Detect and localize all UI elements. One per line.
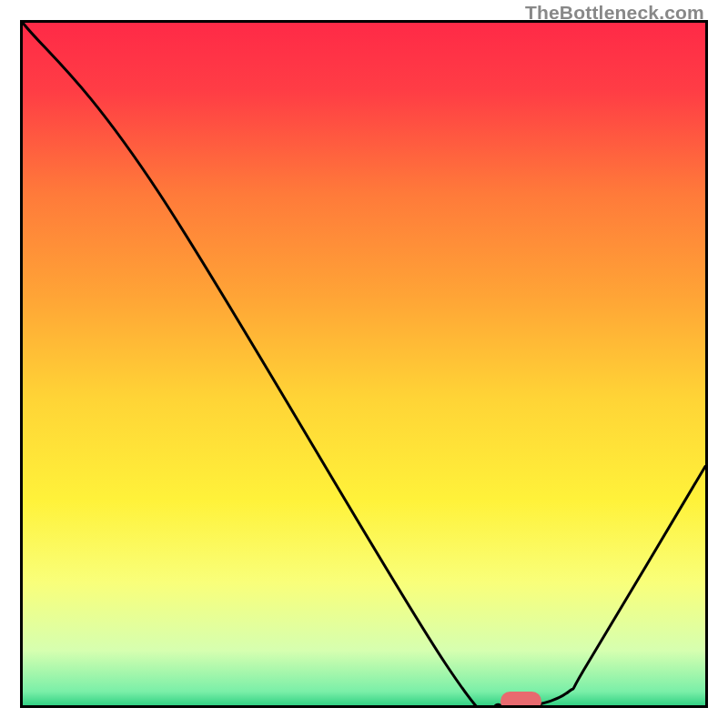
gradient-background [23,23,705,705]
optimal-region-marker [500,692,541,705]
chart-svg [23,23,705,705]
chart-frame: TheBottleneck.com [0,0,728,728]
plot-area [20,20,708,708]
